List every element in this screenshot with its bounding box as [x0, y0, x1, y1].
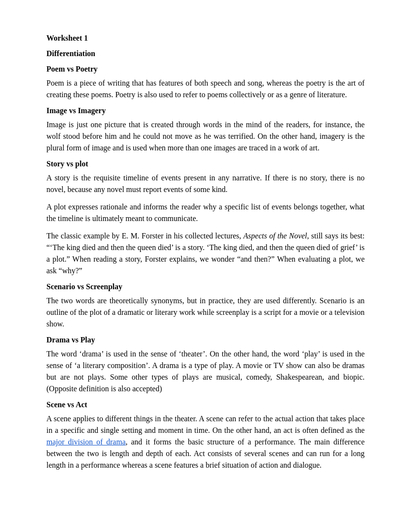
page-container: Worksheet 1 Differentiation Poem vs Poet…: [0, 0, 411, 511]
paragraph-image-vs-imagery-1: Image is just one picture that is create…: [46, 119, 365, 154]
section-story-vs-plot: Story vs plot A story is the requisite t…: [46, 160, 365, 277]
paragraph-story-vs-plot-2: A plot expresses rationale and informs t…: [46, 201, 365, 224]
link-major-division-of-drama[interactable]: major division of drama: [46, 438, 126, 446]
section-image-vs-imagery: Image vs Imagery Image is just one pictu…: [46, 106, 365, 154]
subsection-title-scenario-vs-screenplay: Scenario vs Screenplay: [46, 282, 365, 291]
main-title: Differentiation: [46, 49, 365, 58]
subsection-title-drama-vs-play: Drama vs Play: [46, 336, 365, 344]
worksheet-title: Worksheet 1: [46, 34, 365, 43]
section-poem-vs-poetry: Poem vs Poetry Poem is a piece of writin…: [46, 65, 365, 101]
paragraph-scenario-vs-screenplay-1: The two words are theoretically synonyms…: [46, 295, 365, 330]
paragraph-scene-vs-act-1: A scene applies to different things in t…: [46, 413, 365, 471]
paragraph-drama-vs-play-1: The word ‘drama’ is used in the sense of…: [46, 348, 365, 395]
paragraph-story-vs-plot-3: The classic example by E. M. Forster in …: [46, 230, 365, 277]
section-scene-vs-act: Scene vs Act A scene applies to differen…: [46, 400, 365, 471]
paragraph-story-vs-plot-1: A story is the requisite timeline of eve…: [46, 172, 365, 195]
paragraph-poem-vs-poetry-1: Poem is a piece of writing that has feat…: [46, 77, 365, 101]
section-scenario-vs-screenplay: Scenario vs Screenplay The two words are…: [46, 282, 365, 330]
subsection-title-scene-vs-act: Scene vs Act: [46, 400, 365, 409]
subsection-title-poem-vs-poetry: Poem vs Poetry: [46, 65, 365, 74]
subsection-title-image-vs-imagery: Image vs Imagery: [46, 106, 365, 115]
section-drama-vs-play: Drama vs Play The word ‘drama’ is used i…: [46, 336, 365, 395]
subsection-title-story-vs-plot: Story vs plot: [46, 160, 365, 168]
